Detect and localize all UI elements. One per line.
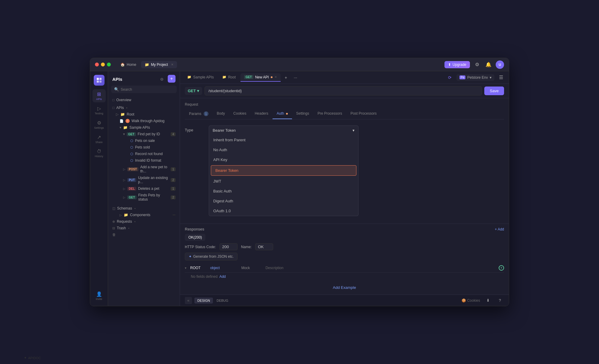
tree-item-update-pet[interactable]: ▷ PUT Update an existing p... 2 xyxy=(121,175,178,185)
tab-req-settings[interactable]: Settings xyxy=(292,109,313,119)
tree-item-pets-sold[interactable]: ⬡ Pets sold xyxy=(128,144,178,151)
apidoc-watermark: ✦ APIDOC xyxy=(24,356,41,360)
requests-icon: ⊟ xyxy=(112,226,115,230)
tab-cookies[interactable]: Cookies xyxy=(229,109,250,119)
url-input[interactable] xyxy=(205,86,482,95)
download-icon-button[interactable]: ⬇ xyxy=(484,296,492,305)
tree-item-record-not-found[interactable]: ⬡ Record not found xyxy=(128,151,178,157)
tree-item-sample-schemas[interactable]: ▷ 📁 Components xyxy=(117,212,178,218)
env-selector[interactable]: Pe Petstore Env ▾ xyxy=(456,74,494,81)
add-tab-button[interactable]: + xyxy=(282,73,290,82)
folder-icon-schemas: 📁 xyxy=(124,213,128,217)
http-status-input[interactable] xyxy=(220,243,238,250)
tree-item-components[interactable]: ⊕ Requests • xyxy=(110,218,178,225)
sidebar-item-share[interactable]: ↗ Share xyxy=(93,132,106,145)
method-badge-put: PUT xyxy=(127,178,136,182)
method-selector[interactable]: GET ▾ xyxy=(185,87,202,95)
debug-tab[interactable]: DEBUG xyxy=(214,298,231,304)
option-no-auth[interactable]: No Auth xyxy=(209,145,358,155)
tree-item-schemas[interactable]: ◫ Schemas • xyxy=(110,205,178,212)
design-tab[interactable]: DESIGN xyxy=(194,298,213,304)
tree-item-walkthrough[interactable]: 📄 ! Walk through Apidog xyxy=(117,118,178,124)
schema-root-type: object xyxy=(210,266,220,270)
upgrade-button[interactable]: ⬆ Upgrade xyxy=(444,61,470,68)
add-response-link[interactable]: + Add xyxy=(495,227,504,231)
option-oauth[interactable]: OAuth 1.0 xyxy=(209,206,358,216)
schema-root-key: ROOT xyxy=(190,266,201,270)
tree-item-add-pet[interactable]: ▷ POST Add a new pet to th... 1 xyxy=(121,164,178,175)
add-item-button[interactable]: + xyxy=(168,75,176,83)
tree-item-pets-on-sale[interactable]: ⬡ Pets on sale xyxy=(128,137,178,144)
home-tab[interactable]: 🏠 Home xyxy=(117,61,140,68)
tree-item-sample-apis[interactable]: ▾ 📁 Sample APIs xyxy=(117,124,178,131)
search-input[interactable] xyxy=(121,87,174,92)
sidebar-item-invite[interactable]: 👤 Invite xyxy=(93,289,106,302)
icon-sidebar: ⊞ APIs ▷ Testing ⚙ Settings ↗ Share ⏱ Hi… xyxy=(90,71,108,306)
tree-item-overview[interactable]: □ Overview xyxy=(110,97,178,103)
sidebar-item-apis[interactable]: ⊞ APIs xyxy=(93,89,106,102)
name-input[interactable] xyxy=(255,243,273,250)
tab-sample-apis[interactable]: 📁 Sample APIs xyxy=(184,73,217,82)
option-digest-auth[interactable]: Digest Auth xyxy=(209,196,358,206)
add-example-button[interactable]: Add Example xyxy=(333,285,356,290)
project-tab-close[interactable]: ✕ xyxy=(171,63,173,66)
tab-post-processors[interactable]: Post Processors xyxy=(346,109,381,119)
dropdown-trigger[interactable]: Bearer Token ▾ xyxy=(209,125,359,135)
sidebar-item-testing[interactable]: ▷ Testing xyxy=(93,104,106,117)
help-icon-button[interactable]: ? xyxy=(496,296,504,305)
no-fields-row: No fields defined Add xyxy=(185,273,504,280)
hamburger-menu-button[interactable]: ☰ xyxy=(497,73,505,82)
add-schema-field-button[interactable]: + xyxy=(499,265,504,271)
project-tab[interactable]: 📁 My Project ✕ xyxy=(141,61,177,68)
tab-close-icon[interactable]: ✕ xyxy=(274,75,277,79)
collapse-left-button[interactable]: « xyxy=(185,297,192,304)
add-field-link[interactable]: Add xyxy=(219,274,226,279)
tab-auth[interactable]: Auth xyxy=(273,109,292,119)
sidebar-item-history[interactable]: ⏱ History xyxy=(93,147,106,160)
tree-item-invalid-id[interactable]: ⬡ Invalid ID format xyxy=(128,157,178,164)
option-jwt[interactable]: JWT xyxy=(209,176,358,186)
minimize-button[interactable] xyxy=(101,63,105,66)
sidebar-item-settings[interactable]: ⚙ Settings xyxy=(93,118,106,131)
tab-headers[interactable]: Headers xyxy=(250,109,272,119)
generate-button[interactable]: ✦ Generate from JSON etc. xyxy=(185,253,238,260)
tab-params[interactable]: Params 1 xyxy=(185,109,213,119)
tab-new-api[interactable]: GET New API ✕ xyxy=(240,73,281,82)
avatar[interactable]: U xyxy=(496,60,504,69)
filter-button[interactable]: ⊝ xyxy=(158,75,166,83)
tab-pre-processors[interactable]: Pre Processors xyxy=(313,109,346,119)
tree-item-delete-pet[interactable]: ▷ DEL Deletes a pet 1 xyxy=(121,185,178,192)
tree-item-root[interactable]: ▷ 📁 Root xyxy=(114,111,178,118)
collapse-icon[interactable]: ▾ xyxy=(185,266,187,270)
design-debug-tabs: DESIGN DEBUG xyxy=(194,298,231,304)
tree-item-apis-header[interactable]: □ APIs • xyxy=(110,104,178,111)
close-button[interactable] xyxy=(95,63,99,66)
tree-item-finds-pets[interactable]: ▷ GET Finds Pets by status 2 xyxy=(121,192,178,203)
main-layout: ⊞ APIs ▷ Testing ⚙ Settings ↗ Share ⏱ Hi… xyxy=(90,71,509,306)
maximize-button[interactable] xyxy=(107,63,111,66)
history-icon: ⏱ xyxy=(97,149,102,154)
cookies-button[interactable]: 🍪 Cookies xyxy=(462,298,480,303)
svg-rect-2 xyxy=(97,81,99,83)
response-tab-ok200[interactable]: OK(200) xyxy=(185,234,205,241)
tree-item-trash[interactable]: 🗑 xyxy=(110,231,178,238)
option-bearer-token[interactable]: Bearer Token xyxy=(211,165,356,176)
app-logo xyxy=(94,75,105,86)
notifications-icon-button[interactable]: 🔔 xyxy=(484,60,493,69)
option-basic-auth[interactable]: Basic Auth xyxy=(209,186,358,196)
tree-item-find-pet[interactable]: ▾ GET Find pet by ID 4 xyxy=(121,131,178,137)
option-inherit[interactable]: Inherit from Parent xyxy=(209,135,358,145)
save-button[interactable]: Save xyxy=(484,87,504,95)
sync-icon-button[interactable]: ⟳ xyxy=(446,73,454,82)
case-icon-4: ⬡ xyxy=(130,159,133,163)
tab-body[interactable]: Body xyxy=(213,109,229,119)
badge-walkthrough: ! xyxy=(125,119,130,123)
settings-icon-button[interactable]: ⚙ xyxy=(473,60,481,69)
more-tabs-button[interactable]: ··· xyxy=(291,73,300,82)
option-api-key[interactable]: API Key xyxy=(209,155,358,165)
title-tabs: 🏠 Home 📁 My Project ✕ xyxy=(117,61,177,68)
tab-root[interactable]: 📁 Root xyxy=(219,73,239,82)
folder-icon-tab: 📁 xyxy=(187,75,191,79)
tree-item-requests[interactable]: ⊟ Trash • xyxy=(110,225,178,231)
apis-header-icon: □ xyxy=(112,106,114,110)
